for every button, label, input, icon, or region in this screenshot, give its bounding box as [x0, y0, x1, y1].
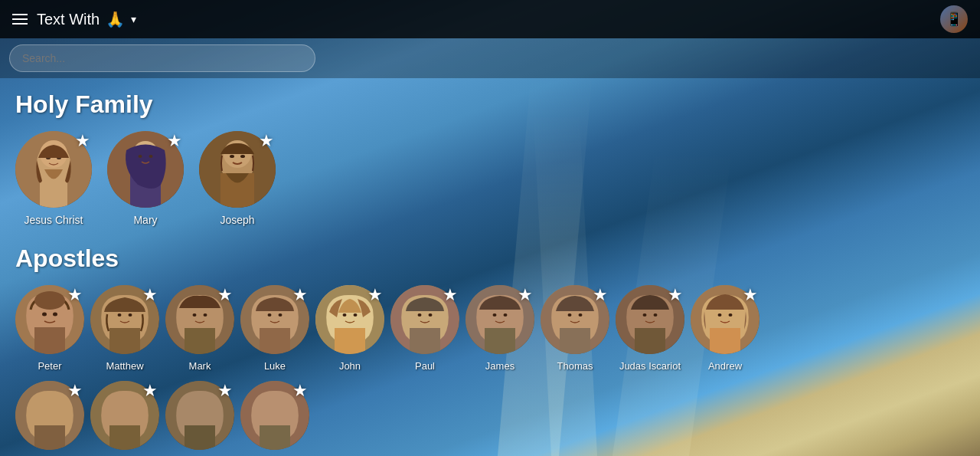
svg-rect-52 — [635, 328, 665, 354]
star-icon-jesus: ★ — [75, 133, 90, 149]
contact-joseph[interactable]: ★ Joseph — [199, 131, 276, 226]
star-icon-bottom-2: ★ — [142, 382, 158, 399]
bottom-contact-3[interactable]: ★ — [165, 381, 234, 456]
contact-mark[interactable]: ★ Mark — [165, 285, 234, 372]
star-icon-bottom-3: ★ — [217, 382, 233, 399]
star-icon-thomas: ★ — [593, 287, 608, 303]
contact-name-john: John — [339, 360, 361, 372]
svg-point-30 — [204, 313, 207, 317]
star-icon-john: ★ — [368, 287, 383, 303]
contact-name-mark: Mark — [189, 360, 211, 372]
navbar: Text With 🙏 ▾ 📱 — [0, 0, 980, 38]
bottom-row-section: ★ ★ — [15, 381, 965, 456]
svg-rect-44 — [485, 328, 515, 354]
star-icon-james: ★ — [518, 287, 533, 303]
contact-james[interactable]: ★ James — [466, 285, 534, 372]
main-content: Holy Family — [0, 78, 980, 456]
svg-point-57 — [718, 313, 722, 317]
search-input[interactable] — [9, 44, 315, 72]
avatar-wrapper-peter: ★ — [15, 285, 84, 354]
contact-mary[interactable]: ★ Mary — [107, 131, 184, 226]
svg-point-21 — [53, 313, 57, 317]
svg-rect-24 — [109, 328, 140, 354]
avatar-wrapper-bottom-2: ★ — [90, 381, 159, 450]
navbar-left: Text With 🙏 ▾ — [12, 10, 136, 28]
svg-rect-19 — [34, 327, 65, 354]
contact-luke[interactable]: ★ Luke — [240, 285, 309, 372]
avatar-wrapper-mark: ★ — [165, 285, 234, 354]
apostles-section: Apostles — [15, 244, 965, 372]
contact-judas[interactable]: ★ Judas Iscariot — [616, 285, 684, 372]
svg-point-49 — [568, 313, 572, 317]
svg-point-29 — [193, 313, 197, 317]
svg-point-33 — [268, 313, 272, 317]
prayer-emoji: 🙏 — [106, 10, 125, 28]
chevron-down-icon[interactable]: ▾ — [131, 13, 136, 25]
star-icon-judas: ★ — [668, 287, 683, 303]
svg-point-38 — [354, 313, 358, 317]
svg-point-53 — [643, 313, 647, 317]
bottom-contact-4[interactable]: ★ — [240, 381, 309, 456]
svg-point-45 — [493, 313, 497, 317]
bottom-contact-1[interactable]: ★ — [15, 381, 84, 456]
svg-point-16 — [230, 155, 234, 158]
contact-thomas[interactable]: ★ Thomas — [541, 285, 609, 372]
app-title: Text With 🙏 ▾ — [37, 10, 136, 28]
avatar-wrapper-james: ★ — [466, 285, 534, 354]
svg-point-26 — [129, 313, 132, 317]
svg-rect-56 — [710, 328, 740, 354]
svg-point-58 — [729, 313, 733, 317]
avatar-wrapper-john: ★ — [315, 285, 384, 354]
star-icon-paul: ★ — [443, 287, 458, 303]
hamburger-menu-button[interactable] — [12, 14, 28, 25]
svg-point-54 — [654, 313, 658, 317]
contact-name-luke: Luke — [264, 360, 286, 372]
contact-paul[interactable]: ★ Paul — [390, 285, 459, 372]
contact-peter[interactable]: ★ Peter — [15, 285, 84, 372]
contact-name-judas: Judas Iscariot — [619, 360, 681, 372]
contact-name-jesus: Jesus Christ — [24, 214, 83, 226]
svg-rect-62 — [109, 425, 140, 450]
avatar-wrapper-luke: ★ — [240, 285, 309, 354]
svg-rect-60 — [34, 425, 65, 450]
svg-rect-28 — [185, 328, 215, 354]
star-icon-peter: ★ — [67, 287, 83, 303]
star-icon-bottom-1: ★ — [67, 382, 83, 399]
holy-family-section: Holy Family — [15, 90, 965, 226]
star-icon-mark: ★ — [217, 287, 233, 303]
avatar-wrapper-bottom-4: ★ — [240, 381, 309, 450]
svg-point-11 — [149, 155, 153, 158]
star-icon-luke: ★ — [292, 287, 308, 303]
svg-rect-32 — [260, 328, 290, 354]
holy-family-title: Holy Family — [15, 90, 965, 119]
contact-matthew[interactable]: ★ Matthew — [90, 285, 159, 372]
avatar-wrapper-matthew: ★ — [90, 285, 159, 354]
svg-point-46 — [504, 313, 508, 317]
bottom-contact-2[interactable]: ★ — [90, 381, 159, 456]
star-icon-andrew: ★ — [743, 287, 758, 303]
contact-john[interactable]: ★ John — [315, 285, 384, 372]
svg-point-50 — [579, 313, 583, 317]
star-icon-matthew: ★ — [142, 287, 158, 303]
star-icon-bottom-4: ★ — [292, 382, 308, 399]
contact-name-james: James — [485, 360, 514, 372]
contact-jesus[interactable]: ★ Jesus Christ — [15, 131, 92, 226]
contact-name-mary: Mary — [133, 214, 157, 226]
svg-point-25 — [118, 313, 122, 317]
apostles-row: ★ Peter — [15, 285, 965, 372]
contact-name-joseph: Joseph — [220, 214, 254, 226]
user-avatar[interactable]: 📱 — [940, 5, 968, 33]
avatar-wrapper-judas: ★ — [616, 285, 684, 354]
contact-name-matthew: Matthew — [106, 360, 143, 372]
svg-rect-40 — [410, 328, 440, 354]
avatar-wrapper-bottom-1: ★ — [15, 381, 84, 450]
avatar-wrapper-joseph: ★ — [199, 131, 276, 208]
svg-point-41 — [418, 313, 422, 317]
svg-rect-64 — [185, 425, 215, 450]
contact-name-peter: Peter — [38, 360, 61, 372]
contact-andrew[interactable]: ★ Andrew — [691, 285, 760, 372]
avatar-wrapper-mary: ★ — [107, 131, 184, 208]
svg-point-37 — [343, 313, 347, 317]
svg-point-20 — [42, 313, 47, 317]
svg-rect-36 — [335, 328, 365, 354]
